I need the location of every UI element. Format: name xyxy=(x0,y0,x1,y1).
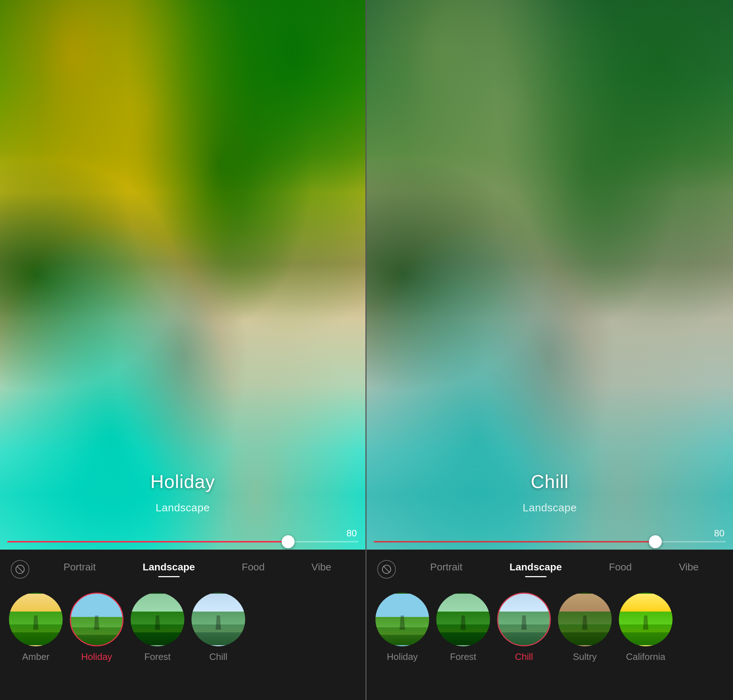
right-no-filter-button[interactable] xyxy=(377,560,396,579)
right-tab-landscape[interactable]: Landscape xyxy=(504,562,568,577)
right-filter-name: Chill xyxy=(531,471,569,492)
left-tab-vibe[interactable]: Vibe xyxy=(306,562,337,577)
right-thumb-california xyxy=(619,593,673,646)
left-slider-value: 80 xyxy=(347,528,357,539)
right-label-chill: Chill xyxy=(515,651,533,662)
right-thumb-sultry xyxy=(558,593,612,646)
left-filter-forest[interactable]: Forest xyxy=(129,593,186,662)
left-slider-fill xyxy=(7,541,288,543)
left-thumb-holiday xyxy=(70,593,123,646)
right-bottom-controls: Portrait Landscape Food Vibe Holiday xyxy=(366,550,733,700)
right-thumb-forest xyxy=(436,593,490,646)
left-filter-amber[interactable]: Amber xyxy=(7,593,65,662)
left-filter-category: Landscape xyxy=(156,501,210,514)
left-label-amber: Amber xyxy=(22,651,50,662)
left-slider-track[interactable] xyxy=(7,541,358,543)
right-label-holiday: Holiday xyxy=(387,651,418,662)
right-photo: Chill Landscape 80 xyxy=(366,0,733,550)
right-filter-sultry[interactable]: Sultry xyxy=(556,593,614,662)
left-filter-holiday[interactable]: Holiday xyxy=(68,593,125,662)
svg-line-3 xyxy=(384,566,389,572)
right-label-california: California xyxy=(626,651,665,662)
left-filter-row: Amber Holiday Forest Chill xyxy=(0,582,366,700)
left-panel: Holiday Landscape 80 Portrait xyxy=(0,0,366,700)
left-tab-food[interactable]: Food xyxy=(236,562,270,577)
right-thumb-chill xyxy=(497,593,551,646)
left-filter-chill[interactable]: Chill xyxy=(190,593,247,662)
right-thumb-holiday xyxy=(375,593,429,646)
right-filter-forest[interactable]: Forest xyxy=(435,593,492,662)
right-slider-value: 80 xyxy=(714,528,724,539)
left-filter-name: Holiday xyxy=(150,471,215,492)
right-slider-fill xyxy=(374,541,655,543)
left-tab-portrait[interactable]: Portrait xyxy=(57,562,101,577)
right-filter-category: Landscape xyxy=(523,501,577,514)
left-tab-landscape[interactable]: Landscape xyxy=(137,562,200,577)
right-slider-track[interactable] xyxy=(374,541,726,543)
right-tab-vibe[interactable]: Vibe xyxy=(673,562,705,577)
left-tab-bar: Portrait Landscape Food Vibe xyxy=(0,550,366,582)
right-filter-row: Holiday Forest Chill Sultry California xyxy=(366,582,733,700)
left-label-holiday: Holiday xyxy=(81,651,112,662)
left-photo: Holiday Landscape 80 xyxy=(0,0,366,550)
left-no-filter-button[interactable] xyxy=(11,560,29,579)
right-slider-area: 80 xyxy=(374,528,726,543)
right-filter-chill[interactable]: Chill xyxy=(495,593,552,662)
right-slider-thumb[interactable] xyxy=(649,535,662,548)
left-tabs: Portrait Landscape Food Vibe xyxy=(40,562,355,577)
right-label-forest: Forest xyxy=(450,651,476,662)
left-label-chill: Chill xyxy=(209,651,228,662)
right-filter-holiday[interactable]: Holiday xyxy=(374,593,431,662)
right-tab-bar: Portrait Landscape Food Vibe xyxy=(366,550,733,582)
svg-line-1 xyxy=(17,566,23,572)
right-label-sultry: Sultry xyxy=(573,651,596,662)
left-slider-thumb[interactable] xyxy=(282,535,295,548)
left-bottom-controls: Portrait Landscape Food Vibe Amber xyxy=(0,550,366,700)
right-tab-food[interactable]: Food xyxy=(603,562,638,577)
right-tab-portrait[interactable]: Portrait xyxy=(425,562,468,577)
left-slider-area: 80 xyxy=(7,528,358,543)
left-thumb-amber xyxy=(9,593,63,646)
right-panel: Chill Landscape 80 Portrait xyxy=(366,0,733,700)
right-tabs: Portrait Landscape Food Vibe xyxy=(407,562,722,577)
right-filter-california[interactable]: California xyxy=(617,593,674,662)
left-label-forest: Forest xyxy=(144,651,171,662)
left-thumb-chill xyxy=(191,593,245,646)
left-thumb-forest xyxy=(131,593,184,646)
